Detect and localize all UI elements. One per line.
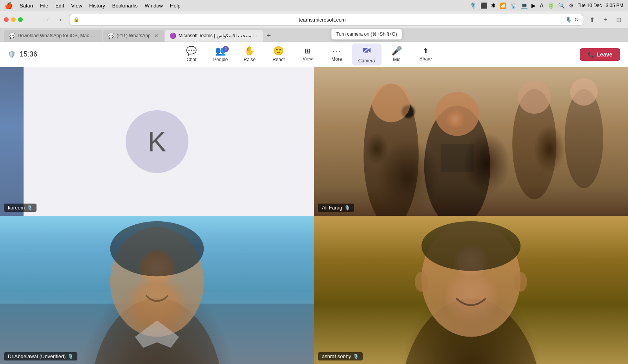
menu-bookmarks[interactable]: Bookmarks — [112, 3, 138, 9]
chat-icon: 💬 — [186, 47, 197, 55]
svg-point-24 — [514, 272, 527, 292]
svg-point-11 — [570, 78, 598, 106]
menubar-date: Tue 10 Dec — [578, 3, 602, 8]
raise-button[interactable]: ✋ Raise — [236, 44, 263, 66]
dr-label: Dr.Abdelawal (Unverified) 🎙️ — [4, 352, 77, 360]
new-tab-plus[interactable]: + — [264, 30, 274, 42]
minimize-button[interactable] — [11, 17, 16, 22]
react-icon: 🙂 — [273, 47, 284, 55]
apple-menu[interactable]: 🍎 — [5, 2, 13, 9]
airdrop-icon[interactable]: 📡 — [510, 2, 517, 9]
menu-view[interactable]: View — [71, 3, 82, 9]
tab-whatsapp-download[interactable]: 💬 Download WhatsApp for iOS, Mac and PC — [4, 30, 102, 42]
call-actions-right: 📞 Leave — [580, 48, 620, 61]
menu-history[interactable]: History — [89, 3, 105, 9]
chat-button[interactable]: 💬 Chat — [178, 44, 205, 66]
kareem-avatar: K — [126, 110, 188, 173]
control-center-icon[interactable]: ⚙ — [569, 2, 574, 9]
svg-point-16 — [110, 221, 204, 276]
mic-address-icon[interactable]: 🎙️ — [565, 16, 572, 23]
share-browser-button[interactable]: ⬆ — [586, 14, 597, 25]
display-icon[interactable]: 💻 — [521, 2, 528, 9]
tab-teams[interactable]: 🟣 Microsoft Teams | لقاء الوزير مع منتخب… — [165, 30, 263, 42]
svg-point-22 — [422, 221, 521, 271]
search-icon[interactable]: 🔍 — [558, 2, 565, 9]
new-tab-button[interactable]: + — [600, 14, 611, 25]
ali-label: Ali Farag 🎙️ — [318, 204, 354, 212]
reload-icon[interactable]: ↻ — [574, 16, 579, 23]
playback-icon[interactable]: ▶ — [531, 2, 536, 9]
screen-record-icon[interactable]: ⬛ — [480, 2, 487, 9]
dr-mic-icon: 🎙️ — [68, 354, 73, 359]
close-button[interactable] — [4, 17, 9, 22]
camera-button[interactable]: Turn camera on (⌘+Shift+O) Camera — [352, 44, 382, 66]
dr-name: Dr.Abdelawal (Unverified) — [8, 353, 66, 359]
people-button[interactable]: 👥 4 People — [207, 44, 234, 66]
react-button[interactable]: 🙂 React — [265, 44, 292, 66]
video-cell-kareem: K kareem 🎙️ — [0, 67, 314, 216]
traffic-lights — [4, 17, 23, 22]
menu-edit[interactable]: Edit — [55, 3, 64, 9]
menu-help[interactable]: Help — [170, 3, 181, 9]
mic-icon: 🎤 — [391, 47, 402, 55]
share-label: Share — [420, 56, 432, 62]
address-bar[interactable]: 🔒 teams.microsoft.com 🎙️ ↻ — [69, 14, 583, 25]
camera-icon — [362, 46, 371, 56]
leave-button[interactable]: 📞 Leave — [580, 48, 620, 61]
whatsapp-icon: 💬 — [9, 33, 15, 39]
more-button[interactable]: ··· More — [323, 44, 351, 66]
whatsapp-icon-2: 💬 — [108, 33, 114, 39]
svg-point-23 — [415, 272, 428, 292]
svg-point-6 — [435, 92, 479, 136]
view-button[interactable]: ⊞ View — [294, 44, 321, 66]
view-label: View — [303, 56, 313, 62]
menu-window[interactable]: Window — [145, 3, 163, 9]
browser-actions: ⬆ + ⊡ — [586, 14, 624, 25]
view-icon: ⊞ — [305, 47, 310, 55]
mic-label: Mic — [393, 57, 400, 62]
ali-name: Ali Farag — [322, 205, 342, 211]
text-icon[interactable]: A — [540, 2, 543, 9]
sidebar-browser-button[interactable]: ⊡ — [613, 14, 624, 25]
address-icons: 🎙️ ↻ — [565, 16, 579, 23]
bluetooth-icon[interactable]: ✱ — [491, 2, 496, 9]
phone-icon: 📞 — [588, 51, 594, 58]
menubar: 🍎 Safari File Edit View History Bookmark… — [0, 0, 628, 11]
ali-mic-icon: 🎙️ — [344, 205, 350, 211]
react-label: React — [272, 57, 285, 62]
people-badge: 4 — [223, 46, 229, 52]
tab-label: Download WhatsApp for iOS, Mac and PC — [18, 33, 97, 38]
ashraf-mic-icon: 🎙️ — [353, 354, 359, 359]
more-label: More — [331, 56, 342, 62]
menu-safari[interactable]: Safari — [20, 3, 33, 9]
raise-icon: ✋ — [244, 47, 255, 55]
mic-status-icon[interactable]: 🎙️ — [470, 2, 476, 9]
svg-point-4 — [372, 84, 410, 122]
browser-toolbar: ‹ › 🔒 teams.microsoft.com 🎙️ ↻ ⬆ + ⊡ — [0, 11, 628, 28]
ashraf-name: ashraf sobhy — [322, 353, 351, 359]
camera-label: Camera — [358, 58, 375, 64]
lock-icon: 🔒 — [73, 17, 79, 22]
teams-call: 🛡️ 15:36 💬 Chat 👥 4 People ✋ Raise 🙂 — [0, 42, 628, 364]
call-header: 🛡️ 15:36 💬 Chat 👥 4 People ✋ Raise 🙂 — [0, 42, 628, 67]
share-button[interactable]: ⬆ Share — [412, 44, 440, 66]
video-cell-dr: Dr.Abdelawal (Unverified) 🎙️ — [0, 216, 314, 364]
video-cell-ashraf: ashraf sobhy 🎙️ — [314, 216, 628, 364]
sidebar-toggle[interactable] — [28, 15, 39, 24]
address-text: teams.microsoft.com — [82, 17, 563, 23]
kareem-name: kareem — [8, 205, 25, 211]
svg-rect-0 — [363, 48, 368, 53]
forward-button[interactable]: › — [55, 14, 66, 25]
call-timer-section: 🛡️ 15:36 — [8, 50, 37, 58]
wifi-icon[interactable]: 📶 — [500, 2, 506, 9]
mic-button[interactable]: 🎤 Mic — [383, 44, 411, 66]
chat-label: Chat — [186, 57, 196, 62]
battery-icon[interactable]: 🔋 — [548, 2, 554, 9]
tab-whatsapp-211[interactable]: 💬 (211) WhatsApp ✕ — [103, 30, 164, 42]
browser-chrome: ‹ › 🔒 teams.microsoft.com 🎙️ ↻ ⬆ + ⊡ 💬 D… — [0, 11, 628, 42]
tab-close-button[interactable]: ✕ — [153, 33, 159, 39]
menu-file[interactable]: File — [40, 3, 48, 9]
camera-tooltip: Turn camera on (⌘+Shift+O) — [331, 29, 402, 40]
back-button[interactable]: ‹ — [42, 14, 53, 25]
maximize-button[interactable] — [18, 17, 23, 22]
